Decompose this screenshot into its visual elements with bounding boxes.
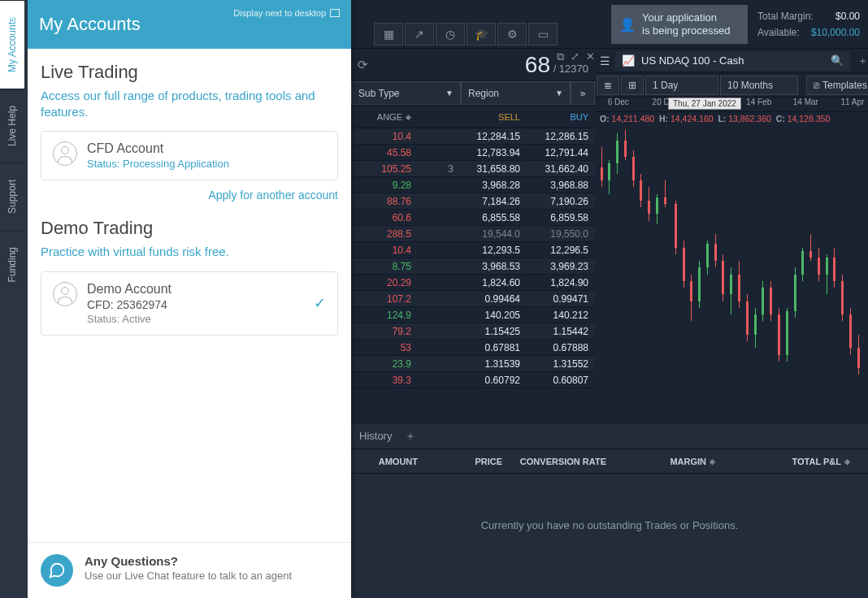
range-dropdown[interactable]: 10 Months <box>720 76 798 95</box>
product-row[interactable]: 88.767,184.267,190.26 <box>351 193 595 210</box>
left-tab-rail: My Accounts Live Help Support Funding <box>0 0 28 598</box>
product-row[interactable]: 39.30.607920.60807 <box>351 372 595 388</box>
available-value: $10,000.00 <box>811 27 860 38</box>
chart-instrument-selector[interactable]: 📈 US NDAQ 100 - Cash 🔍 <box>615 51 850 71</box>
display-next-label: Display next to desktop <box>233 8 326 18</box>
left-tab-live-help[interactable]: Live Help <box>0 89 24 162</box>
expand-icon[interactable]: ↗ <box>405 23 434 46</box>
history-tab[interactable]: History <box>354 427 397 445</box>
axis-date: 14 Feb <box>736 98 783 111</box>
col-margin[interactable]: MARGIN◆ <box>618 457 727 466</box>
demo-trading-heading: Demo Trading <box>41 218 338 239</box>
account-avatar-icon <box>53 141 77 166</box>
user-avatar-icon[interactable] <box>5 18 21 34</box>
interval-dropdown[interactable]: 1 Day <box>645 76 718 95</box>
col-sell[interactable]: SELL <box>458 106 527 128</box>
positions-columns: AMOUNT PRICE CONVERSION RATE MARGIN◆ TOT… <box>351 449 868 474</box>
left-tab-support[interactable]: Support <box>0 162 24 230</box>
product-row[interactable]: 9.283,968.283,968.88 <box>351 177 595 193</box>
product-row[interactable]: 60.66,855.586,859.58 <box>351 210 595 226</box>
total-margin-value: $0.00 <box>835 11 860 22</box>
live-account-status: Status: Processing Application <box>87 158 326 170</box>
left-tab-funding[interactable]: Funding <box>0 230 24 298</box>
panel-window-controls: ⧉ ⤢ ✕ <box>557 50 595 63</box>
chart-title-text: US NDAQ 100 - Cash <box>641 54 744 67</box>
live-account-name: CFD Account <box>87 141 326 156</box>
my-accounts-title: My Accounts <box>39 14 141 35</box>
product-row[interactable]: 79.21.154251.15442 <box>351 323 595 340</box>
col-buy[interactable]: BUY <box>527 106 595 128</box>
col-change[interactable]: ANGE◆ <box>351 106 418 128</box>
col-amount[interactable]: AMOUNT <box>351 457 429 466</box>
chart-time-axis: 6 Dec 20 Dec 14 Feb 14 Mar 11 Apr Thu, 2… <box>595 98 868 112</box>
close-icon[interactable]: ✕ <box>586 50 595 63</box>
apply-another-account-link[interactable]: Apply for another account <box>41 188 338 202</box>
sliders-icon: ⎚ <box>814 80 819 91</box>
product-row[interactable]: 124.9140.205140.212 <box>351 307 595 323</box>
reload-icon[interactable]: ⟳ <box>358 58 368 72</box>
clock-icon[interactable]: ◷ <box>436 23 465 46</box>
positions-panel: History ＋ AMOUNT PRICE CONVERSION RATE M… <box>351 422 868 598</box>
subtype-filter-label: Sub Type <box>358 88 399 99</box>
add-tab-button[interactable]: ＋ <box>405 429 416 444</box>
product-row[interactable]: 107.20.994640.99471 <box>351 291 595 307</box>
demo-account-card[interactable]: Demo Account CFD: 25362974 Status: Activ… <box>41 271 338 336</box>
chat-bubble-icon <box>41 554 73 587</box>
axis-date: 6 Dec <box>595 98 642 111</box>
live-trading-heading: Live Trading <box>41 62 338 83</box>
chart-type-icon[interactable]: ≣ <box>597 76 619 95</box>
chart-header: ☰ 📈 US NDAQ 100 - Cash 🔍 ＋ <box>595 49 868 73</box>
popout-icon[interactable]: ⧉ <box>557 50 564 63</box>
templates-button[interactable]: ⎚ Templates <box>806 76 868 95</box>
total-margin-label: Total Margin: <box>757 11 814 22</box>
accounts-body: Live Trading Access our full range of pr… <box>28 49 351 542</box>
my-accounts-header: My Accounts Display next to desktop <box>28 0 351 49</box>
graduation-icon[interactable]: 🎓 <box>467 23 496 46</box>
grid-icon[interactable]: ▦ <box>374 23 403 46</box>
chat-title: Any Questions? <box>85 554 292 568</box>
user-badge-icon: 👤 <box>619 17 636 32</box>
my-accounts-panel: My Accounts Display next to desktop Live… <box>28 0 351 598</box>
crosshair-date-badge: Thu, 27 Jan 2022 <box>668 98 741 110</box>
col-total-pnl[interactable]: TOTAL P&L◆ <box>727 457 861 466</box>
product-row[interactable]: 10.412,293.512,296.5 <box>351 242 595 258</box>
col-price[interactable]: PRICE <box>429 457 514 466</box>
more-filters-button[interactable]: » <box>571 81 595 105</box>
region-filter-dropdown[interactable]: Region ▼ <box>461 81 571 105</box>
account-avatar-icon <box>53 282 77 306</box>
chart-menu-icon[interactable]: ☰ <box>600 54 610 67</box>
col-conversion-rate[interactable]: CONVERSION RATE <box>514 457 618 466</box>
demo-account-name: Demo Account <box>87 282 326 297</box>
product-row[interactable]: 45.5812,783.9412,791.44 <box>351 145 595 161</box>
left-tab-my-accounts[interactable]: My Accounts <box>0 0 24 89</box>
search-icon[interactable]: 🔍 <box>831 54 844 67</box>
product-row[interactable]: 288.519,544.019,550.0 <box>351 226 595 242</box>
positions-empty-message: Currently you have no outstanding Trades… <box>351 474 868 531</box>
product-row[interactable]: 530.678810.67888 <box>351 340 595 356</box>
axis-date: 14 Mar <box>783 98 830 111</box>
maximize-icon[interactable]: ⤢ <box>571 50 579 63</box>
display-next-icon <box>330 9 340 17</box>
live-trading-sub: Access our full range of products, tradi… <box>41 88 338 119</box>
window-icon[interactable]: ▭ <box>528 23 558 46</box>
chart-layout-icon[interactable]: ⊞ <box>621 76 644 95</box>
product-filters: Sub Type ▼ Region ▼ » <box>351 81 595 106</box>
live-chat-prompt[interactable]: Any Questions? Use our Live Chat feature… <box>28 542 351 598</box>
add-chart-tab-button[interactable]: ＋ <box>855 54 868 68</box>
product-row[interactable]: 23.91.315391.31552 <box>351 356 595 372</box>
subtype-filter-dropdown[interactable]: Sub Type ▼ <box>351 81 461 105</box>
notice-line2: is being processed <box>642 24 730 37</box>
product-row[interactable]: 8.753,968.533,969.23 <box>351 258 595 275</box>
display-next-to-desktop-toggle[interactable]: Display next to desktop <box>233 8 340 18</box>
available-label: Available: <box>757 27 800 38</box>
product-row[interactable]: 10.412,284.1512,286.15 <box>351 128 595 145</box>
application-processing-notice[interactable]: 👤 Your application is being processed <box>611 5 748 44</box>
product-row[interactable]: 20.291,824.601,824.90 <box>351 275 595 291</box>
check-icon: ✓ <box>314 294 326 312</box>
gear-icon[interactable]: ⚙ <box>497 23 527 46</box>
chevron-down-icon: ▼ <box>445 89 454 98</box>
live-account-card[interactable]: CFD Account Status: Processing Applicati… <box>41 131 338 180</box>
product-row[interactable]: 105.25331,658.8031,662.40 <box>351 161 595 177</box>
region-filter-label: Region <box>468 88 499 99</box>
count-total: / 12370 <box>553 63 588 75</box>
